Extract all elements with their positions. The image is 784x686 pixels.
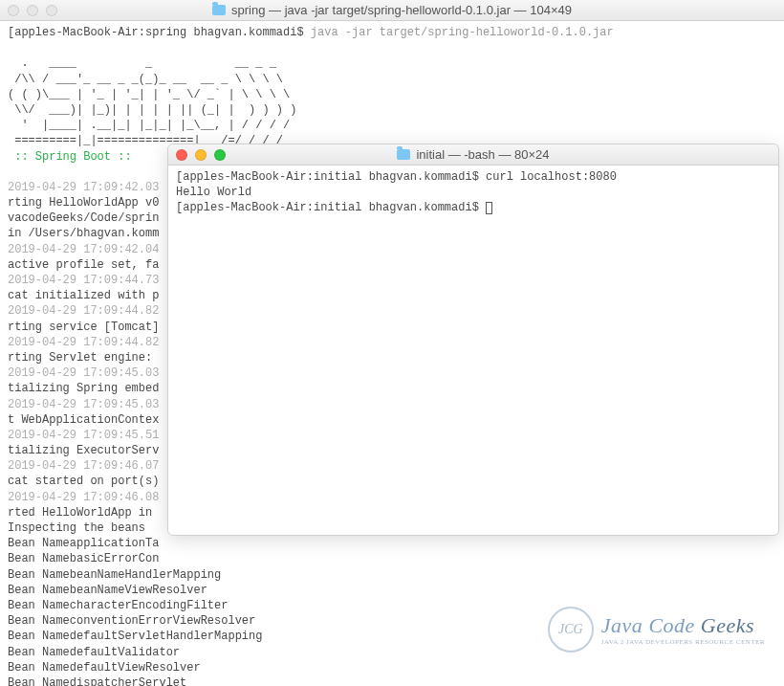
- minimize-icon[interactable]: [27, 5, 38, 16]
- terminal-output-initial[interactable]: [apples-MacBook-Air:initial bhagvan.komm…: [168, 166, 778, 220]
- folder-icon: [212, 5, 226, 15]
- command-text: java -jar target/spring-helloworld-0.1.0…: [311, 26, 614, 39]
- traffic-lights: [176, 149, 226, 161]
- titlebar-spring[interactable]: spring — java -jar target/spring-hellowo…: [0, 0, 784, 21]
- title-center: initial — -bash — 80×24: [176, 147, 771, 162]
- window-title: spring — java -jar target/spring-hellowo…: [231, 3, 572, 17]
- beans-heading: Inspecting the beans: [8, 521, 152, 535]
- curl-command: curl localhost:8080: [486, 170, 617, 184]
- window-title: initial — -bash — 80×24: [416, 147, 549, 162]
- minimize-icon[interactable]: [195, 149, 207, 161]
- prompt: [apples-MacBook-Air:spring bhagvan.komma…: [8, 26, 311, 39]
- close-icon[interactable]: [176, 149, 187, 161]
- logo-text: Java Code Geeks JAVA 2 JAVA DEVELOPERS R…: [601, 613, 765, 646]
- maximize-icon[interactable]: [214, 149, 226, 161]
- watermark-logo: JCG Java Code Geeks JAVA 2 JAVA DEVELOPE…: [548, 607, 765, 653]
- maximize-icon[interactable]: [46, 5, 57, 16]
- logo-sub-text: JAVA 2 JAVA DEVELOPERS RESOURCE CENTER: [601, 638, 765, 646]
- response-text: Hello World: [176, 186, 251, 199]
- logo-main-text: Java Code Geeks: [601, 613, 765, 638]
- prompt: [apples-MacBook-Air:initial bhagvan.komm…: [176, 170, 486, 184]
- folder-icon: [397, 149, 410, 160]
- titlebar-initial[interactable]: initial — -bash — 80×24: [168, 144, 778, 166]
- spring-ascii-art: . ____ _ __ _ _ /\\ / ___'_ __ _ _(_)_ _…: [8, 56, 296, 147]
- logo-monogram: JCG: [548, 607, 594, 653]
- terminal-window-initial: initial — -bash — 80×24 [apples-MacBook-…: [167, 144, 779, 536]
- cursor-icon: [486, 202, 492, 214]
- prompt: [apples-MacBook-Air:initial bhagvan.komm…: [176, 201, 486, 214]
- close-icon[interactable]: [8, 5, 19, 16]
- traffic-lights: [8, 5, 57, 16]
- title-center: spring — java -jar target/spring-hellowo…: [8, 3, 776, 17]
